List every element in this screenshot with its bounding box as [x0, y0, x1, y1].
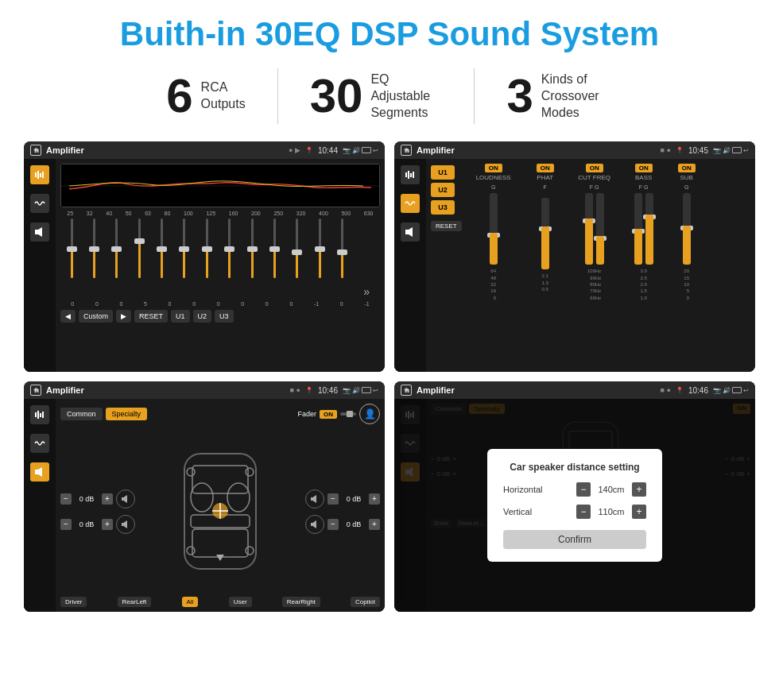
eq-slider-4[interactable]	[161, 219, 163, 298]
home-icon[interactable]	[30, 145, 41, 156]
eq-slider-11[interactable]	[319, 219, 321, 298]
fader-nav-wave[interactable]	[30, 434, 49, 453]
eq-more-icon[interactable]: »	[363, 285, 370, 298]
amp-preset-u1[interactable]: U1	[431, 165, 455, 180]
eq-prev-btn[interactable]: ◀	[60, 310, 76, 323]
eq-slider-2[interactable]	[115, 219, 118, 298]
dist-battery	[732, 387, 742, 393]
eq-slider-6[interactable]	[206, 219, 208, 298]
left-top-plus[interactable]: +	[102, 493, 113, 505]
distance-dialog: Car speaker distance setting Horizontal …	[487, 449, 662, 562]
stat-eq: 30 EQ AdjustableSegments	[278, 72, 475, 121]
eq-slider-5[interactable]	[183, 219, 185, 298]
eq-u1-btn[interactable]: U1	[171, 310, 190, 323]
svg-rect-4	[35, 230, 38, 234]
amp-preset-u3[interactable]: U3	[431, 200, 455, 215]
cutfreq-g-slider[interactable]	[596, 193, 604, 265]
eq-slider-10[interactable]	[296, 219, 298, 298]
distance-dialog-overlay: Car speaker distance setting Horizontal …	[394, 399, 755, 612]
eq-slider-7[interactable]	[228, 219, 231, 298]
fader-nav-speaker[interactable]	[30, 462, 49, 481]
btn-copilot[interactable]: Copilot	[351, 597, 380, 607]
left-bot-value: 0 dB	[75, 520, 99, 528]
btn-all[interactable]: All	[182, 597, 199, 607]
dialog-vertical-minus[interactable]: −	[576, 505, 591, 519]
nav-wave[interactable]	[30, 194, 49, 213]
eq-graph	[60, 164, 380, 207]
eq-slider-12[interactable]	[341, 219, 343, 298]
amp-home-icon[interactable]	[401, 145, 412, 156]
stat-number-crossover: 3	[506, 72, 533, 120]
amp-preset-u2[interactable]: U2	[431, 183, 455, 197]
btn-rear-left[interactable]: RearLeft	[118, 597, 152, 607]
fader-on-badge[interactable]: ON	[320, 410, 337, 419]
cutfreq-f-slider[interactable]	[585, 193, 593, 265]
nav-eq-active[interactable]	[30, 165, 49, 184]
eq-slider-1[interactable]	[93, 219, 95, 298]
loudness-label: LOUDNESS	[476, 174, 511, 181]
dialog-vertical-plus[interactable]: +	[632, 505, 646, 519]
right-top-minus[interactable]: −	[327, 493, 339, 505]
eq-status-bar: Amplifier ● ▶ 📍 10:44 📷 🔊 ↩	[24, 141, 385, 159]
phat-label: PHAT	[537, 174, 553, 181]
right-bot-plus[interactable]: +	[369, 519, 380, 530]
eq-play-btn[interactable]: ▶	[116, 310, 131, 323]
amp-reset-btn[interactable]: RESET	[431, 221, 462, 231]
bass-f-slider[interactable]	[634, 193, 642, 265]
amp-nav-amp[interactable]	[401, 194, 420, 213]
profile-icon[interactable]: 👤	[359, 404, 380, 424]
bass-g-slider[interactable]	[645, 193, 653, 265]
btn-user[interactable]: User	[229, 597, 252, 607]
stat-label-rca: RCAOutputs	[201, 79, 246, 113]
cutfreq-on[interactable]: ON	[586, 164, 603, 172]
amp-ctrl-phat: ON PHAT	[523, 164, 568, 181]
eq-slider-0[interactable]	[71, 219, 73, 298]
fader-home-icon[interactable]	[30, 385, 41, 396]
amp-location: 📍	[676, 147, 684, 154]
left-top-minus[interactable]: −	[60, 493, 72, 505]
phat-slider[interactable]	[541, 198, 549, 269]
amp-side-nav	[394, 159, 426, 372]
dist-status-bar: Amplifier ■ ● 📍 10:46 📷 🔊 ↩	[394, 381, 755, 399]
svg-point-22	[191, 483, 213, 512]
dist-home-icon[interactable]	[401, 385, 412, 396]
eq-slider-3[interactable]	[138, 219, 141, 298]
eq-u3-btn[interactable]: U3	[215, 310, 234, 323]
dialog-horizontal-minus[interactable]: −	[576, 482, 591, 497]
right-top-speaker-icon	[305, 489, 324, 509]
amp-nav-speaker[interactable]	[401, 222, 420, 242]
svg-point-23	[227, 483, 250, 512]
amp-vertical-sliders: G 644832160	[467, 184, 750, 296]
amp-ctrl-sub: ON SUB	[669, 164, 705, 181]
amp-sliders-area: ON LOUDNESS ON PHAT ON CUT FREQ	[467, 164, 750, 367]
amp-nav-eq[interactable]	[401, 165, 420, 184]
right-bot-minus[interactable]: −	[327, 519, 339, 530]
stat-number-eq: 30	[310, 72, 363, 120]
tab-specialty[interactable]: Specialty	[106, 408, 148, 420]
left-bot-speaker-icon	[116, 515, 135, 534]
left-bot-plus[interactable]: +	[102, 519, 113, 530]
dialog-horizontal-label: Horizontal	[503, 485, 559, 494]
eq-reset-btn[interactable]: RESET	[134, 310, 168, 323]
amp-time: 10:45	[688, 146, 708, 155]
fader-side-nav	[24, 399, 56, 612]
tab-common[interactable]: Common	[60, 408, 103, 420]
phat-on[interactable]: ON	[537, 164, 554, 172]
nav-speaker[interactable]	[30, 222, 49, 242]
bass-on[interactable]: ON	[635, 164, 653, 172]
sub-slider[interactable]	[683, 193, 691, 265]
right-top-plus[interactable]: +	[369, 493, 380, 505]
dialog-confirm-btn[interactable]: Confirm	[503, 530, 646, 549]
loudness-on[interactable]: ON	[485, 164, 502, 172]
eq-u2-btn[interactable]: U2	[193, 310, 212, 323]
btn-driver[interactable]: Driver	[60, 597, 87, 607]
fader-nav-eq[interactable]	[30, 405, 49, 424]
left-bot-minus[interactable]: −	[60, 519, 72, 530]
eq-slider-9[interactable]	[273, 219, 276, 298]
eq-slider-8[interactable]	[251, 219, 254, 298]
btn-rear-right[interactable]: RearRight	[282, 597, 320, 607]
sub-on[interactable]: ON	[678, 164, 696, 172]
dialog-horizontal-plus[interactable]: +	[632, 482, 646, 497]
fader-status-icons: 📷 🔊 ↩	[343, 387, 378, 394]
loudness-slider[interactable]	[490, 193, 498, 265]
